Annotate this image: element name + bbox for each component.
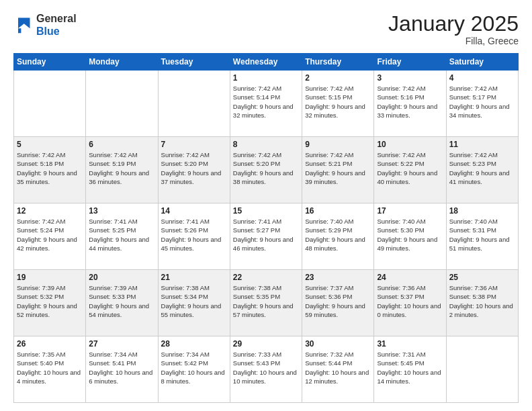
table-row: 26Sunrise: 7:35 AMSunset: 5:40 PMDayligh… <box>14 336 86 403</box>
day-number: 5 <box>17 140 83 149</box>
table-row: 7Sunrise: 7:42 AMSunset: 5:20 PMDaylight… <box>158 137 230 203</box>
table-row: 18Sunrise: 7:40 AMSunset: 5:31 PMDayligh… <box>446 203 518 270</box>
day-number: 6 <box>89 140 154 149</box>
table-row: 22Sunrise: 7:38 AMSunset: 5:35 PMDayligh… <box>230 270 302 336</box>
header-friday: Friday <box>374 54 446 71</box>
month-title: January 2025 <box>388 12 519 36</box>
header: General Blue January 2025 Filla, Greece <box>13 12 519 46</box>
day-info: Sunrise: 7:34 AMSunset: 5:42 PMDaylight:… <box>161 350 227 385</box>
day-number: 19 <box>17 273 83 282</box>
title-block: January 2025 Filla, Greece <box>388 12 519 46</box>
calendar-week-row: 1Sunrise: 7:42 AMSunset: 5:14 PMDaylight… <box>14 71 519 137</box>
day-info: Sunrise: 7:42 AMSunset: 5:14 PMDaylight:… <box>233 84 299 120</box>
calendar-week-row: 5Sunrise: 7:42 AMSunset: 5:18 PMDaylight… <box>14 137 519 203</box>
day-info: Sunrise: 7:42 AMSunset: 5:18 PMDaylight:… <box>17 150 83 186</box>
day-number: 16 <box>305 206 371 216</box>
location: Filla, Greece <box>388 36 519 46</box>
table-row: 15Sunrise: 7:41 AMSunset: 5:27 PMDayligh… <box>230 203 302 270</box>
day-number: 30 <box>305 339 371 349</box>
day-info: Sunrise: 7:42 AMSunset: 5:23 PMDaylight:… <box>449 150 515 186</box>
logo: General Blue <box>13 12 77 38</box>
day-number: 27 <box>89 339 154 349</box>
table-row <box>158 71 230 137</box>
day-info: Sunrise: 7:38 AMSunset: 5:34 PMDaylight:… <box>161 283 227 319</box>
day-number: 22 <box>233 273 299 282</box>
table-row: 23Sunrise: 7:37 AMSunset: 5:36 PMDayligh… <box>302 270 374 336</box>
table-row: 13Sunrise: 7:41 AMSunset: 5:25 PMDayligh… <box>86 203 158 270</box>
day-info: Sunrise: 7:42 AMSunset: 5:22 PMDaylight:… <box>377 150 443 186</box>
day-info: Sunrise: 7:41 AMSunset: 5:26 PMDaylight:… <box>161 217 227 253</box>
table-row: 2Sunrise: 7:42 AMSunset: 5:15 PMDaylight… <box>302 71 374 137</box>
calendar-header-row: Sunday Monday Tuesday Wednesday Thursday… <box>14 54 519 71</box>
day-number: 4 <box>449 73 515 83</box>
page: General Blue January 2025 Filla, Greece … <box>0 0 532 411</box>
header-saturday: Saturday <box>446 54 518 71</box>
day-number: 12 <box>17 206 83 216</box>
day-info: Sunrise: 7:42 AMSunset: 5:17 PMDaylight:… <box>449 84 515 120</box>
day-number: 3 <box>377 73 443 83</box>
day-info: Sunrise: 7:32 AMSunset: 5:44 PMDaylight:… <box>305 350 371 385</box>
table-row: 20Sunrise: 7:39 AMSunset: 5:33 PMDayligh… <box>86 270 158 336</box>
table-row <box>14 71 86 137</box>
table-row: 27Sunrise: 7:34 AMSunset: 5:41 PMDayligh… <box>86 336 158 403</box>
day-number: 21 <box>161 273 227 282</box>
table-row <box>446 336 518 403</box>
table-row: 17Sunrise: 7:40 AMSunset: 5:30 PMDayligh… <box>374 203 446 270</box>
table-row: 9Sunrise: 7:42 AMSunset: 5:21 PMDaylight… <box>302 137 374 203</box>
logo-icon <box>13 15 32 34</box>
calendar-week-row: 19Sunrise: 7:39 AMSunset: 5:32 PMDayligh… <box>14 270 519 336</box>
table-row: 21Sunrise: 7:38 AMSunset: 5:34 PMDayligh… <box>158 270 230 336</box>
calendar-week-row: 26Sunrise: 7:35 AMSunset: 5:40 PMDayligh… <box>14 336 519 403</box>
table-row: 28Sunrise: 7:34 AMSunset: 5:42 PMDayligh… <box>158 336 230 403</box>
table-row: 8Sunrise: 7:42 AMSunset: 5:20 PMDaylight… <box>230 137 302 203</box>
day-info: Sunrise: 7:39 AMSunset: 5:33 PMDaylight:… <box>89 283 154 319</box>
day-number: 10 <box>377 140 443 149</box>
day-info: Sunrise: 7:36 AMSunset: 5:37 PMDaylight:… <box>377 283 443 319</box>
day-number: 24 <box>377 273 443 282</box>
day-number: 20 <box>89 273 154 282</box>
day-info: Sunrise: 7:41 AMSunset: 5:27 PMDaylight:… <box>233 217 299 253</box>
day-info: Sunrise: 7:40 AMSunset: 5:29 PMDaylight:… <box>305 217 371 253</box>
header-sunday: Sunday <box>14 54 86 71</box>
day-number: 2 <box>305 73 371 83</box>
day-number: 28 <box>161 339 227 349</box>
day-info: Sunrise: 7:36 AMSunset: 5:38 PMDaylight:… <box>449 283 515 319</box>
calendar-table: Sunday Monday Tuesday Wednesday Thursday… <box>13 53 519 403</box>
day-info: Sunrise: 7:42 AMSunset: 5:19 PMDaylight:… <box>89 150 154 186</box>
day-info: Sunrise: 7:38 AMSunset: 5:35 PMDaylight:… <box>233 283 299 319</box>
header-tuesday: Tuesday <box>158 54 230 71</box>
day-number: 7 <box>161 140 227 149</box>
table-row: 4Sunrise: 7:42 AMSunset: 5:17 PMDaylight… <box>446 71 518 137</box>
day-number: 31 <box>377 339 443 349</box>
header-thursday: Thursday <box>302 54 374 71</box>
day-info: Sunrise: 7:33 AMSunset: 5:43 PMDaylight:… <box>233 350 299 385</box>
day-number: 17 <box>377 206 443 216</box>
day-info: Sunrise: 7:40 AMSunset: 5:31 PMDaylight:… <box>449 217 515 253</box>
table-row: 30Sunrise: 7:32 AMSunset: 5:44 PMDayligh… <box>302 336 374 403</box>
day-number: 29 <box>233 339 299 349</box>
day-info: Sunrise: 7:42 AMSunset: 5:24 PMDaylight:… <box>17 217 83 253</box>
calendar-week-row: 12Sunrise: 7:42 AMSunset: 5:24 PMDayligh… <box>14 203 519 270</box>
day-number: 25 <box>449 273 515 282</box>
day-number: 11 <box>449 140 515 149</box>
logo-general: General <box>36 12 77 25</box>
day-info: Sunrise: 7:42 AMSunset: 5:15 PMDaylight:… <box>305 84 371 120</box>
table-row: 19Sunrise: 7:39 AMSunset: 5:32 PMDayligh… <box>14 270 86 336</box>
day-number: 9 <box>305 140 371 149</box>
day-info: Sunrise: 7:41 AMSunset: 5:25 PMDaylight:… <box>89 217 154 253</box>
day-info: Sunrise: 7:31 AMSunset: 5:45 PMDaylight:… <box>377 350 443 385</box>
day-info: Sunrise: 7:35 AMSunset: 5:40 PMDaylight:… <box>17 350 83 385</box>
day-info: Sunrise: 7:34 AMSunset: 5:41 PMDaylight:… <box>89 350 154 385</box>
day-number: 8 <box>233 140 299 149</box>
day-number: 18 <box>449 206 515 216</box>
table-row: 24Sunrise: 7:36 AMSunset: 5:37 PMDayligh… <box>374 270 446 336</box>
svg-rect-1 <box>18 28 21 33</box>
table-row <box>86 71 158 137</box>
table-row: 31Sunrise: 7:31 AMSunset: 5:45 PMDayligh… <box>374 336 446 403</box>
day-info: Sunrise: 7:39 AMSunset: 5:32 PMDaylight:… <box>17 283 83 319</box>
table-row: 3Sunrise: 7:42 AMSunset: 5:16 PMDaylight… <box>374 71 446 137</box>
day-number: 15 <box>233 206 299 216</box>
day-number: 23 <box>305 273 371 282</box>
logo-text: General Blue <box>36 12 77 38</box>
table-row: 16Sunrise: 7:40 AMSunset: 5:29 PMDayligh… <box>302 203 374 270</box>
